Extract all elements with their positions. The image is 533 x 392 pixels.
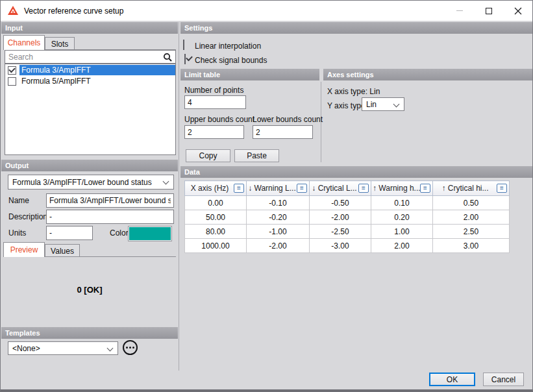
lower-bounds-count-label: Lower bounds count [253,115,323,124]
color-swatch[interactable] [129,227,171,241]
templates-section-header: Templates [1,327,178,339]
ellipsis-icon [126,347,128,349]
tab-preview-label: Preview [10,245,38,254]
tab-values[interactable]: Values [45,244,80,257]
cell[interactable]: -0.10 [247,196,310,210]
tab-slots-label: Slots [51,40,69,49]
cell[interactable]: 0.50 [433,196,510,210]
list-item[interactable]: Formula 5/AmplFFT [5,76,175,86]
ellipsis-icon [129,347,131,349]
column-menu-icon[interactable]: ≡ [234,184,244,193]
ok-button[interactable]: OK [429,373,475,386]
ok-button-label: OK [447,375,458,384]
tab-values-label: Values [51,247,74,256]
upper-bounds-count-label: Upper bounds count [184,115,254,124]
channel-checkbox[interactable] [8,66,16,75]
data-table-header-row: X axis (Hz)≡ ↓ Warning L...≡ ↓ Crytical … [185,181,510,196]
units-field[interactable] [46,226,93,240]
paste-button-label: Paste [247,151,267,160]
chevron-down-icon [393,101,400,108]
copy-button[interactable]: Copy [186,149,230,162]
input-tabbar: Channels Slots [3,35,176,50]
tab-preview[interactable]: Preview [3,242,45,257]
cell[interactable]: 0.00 [185,196,247,210]
cell[interactable]: 80.00 [185,225,247,239]
y-axis-type-value: Lin [366,100,377,109]
cell[interactable]: 1.00 [371,225,433,239]
cell[interactable]: 0.10 [371,196,433,210]
name-field[interactable] [46,193,174,208]
window-title: Vector reference curve setup [24,6,123,16]
cell[interactable]: -2.00 [310,210,371,225]
ellipsis-icon [132,347,134,349]
cell[interactable]: 1000.00 [185,239,247,253]
linear-interpolation-checkbox[interactable] [183,40,184,50]
x-axis-type-text: X axis type: Lin [327,87,380,96]
column-header-x-axis[interactable]: X axis (Hz)≡ [185,181,247,196]
minimize-button[interactable] [445,1,474,21]
paste-button[interactable]: Paste [234,149,279,162]
templates-select[interactable]: <None> [8,341,118,355]
description-field[interactable] [46,210,174,224]
lower-bounds-count-field[interactable] [253,125,313,139]
templates-more-button[interactable] [123,340,138,355]
data-section-header: Data [180,166,533,178]
upper-bounds-count-field[interactable] [184,125,244,139]
column-menu-icon[interactable]: ≡ [297,184,307,193]
column-header-crytical-low[interactable]: ↓ Crytical L...≡ [310,181,371,196]
y-axis-type-select[interactable]: Lin [362,97,404,111]
table-row: 80.00 -1.00 -2.50 1.00 2.50 [185,225,510,239]
tab-channels[interactable]: Channels [3,35,45,50]
chevron-down-icon [163,178,169,185]
dialog-vector-reference-curve-setup: Vector reference curve setup Input Chann… [0,0,533,392]
cell[interactable]: 2.50 [433,225,510,239]
copy-button-label: Copy [199,151,217,160]
check-signal-bounds-label: Check signal bounds [195,56,267,65]
column-header-label: ↑ Warning h... [373,184,421,193]
channel-checkbox[interactable] [8,77,16,86]
column-header-label: ↓ Crytical L... [312,184,356,193]
column-header-label: ↓ Warning L... [248,184,296,193]
column-menu-icon[interactable]: ≡ [497,184,507,193]
cell[interactable]: 0.20 [371,210,433,225]
cell[interactable]: -0.50 [310,196,371,210]
column-header-warning-low[interactable]: ↓ Warning L...≡ [247,181,310,196]
search-input[interactable] [5,53,163,62]
column-menu-icon[interactable]: ≡ [358,184,369,193]
column-header-warning-high[interactable]: ↑ Warning h...≡ [371,181,433,196]
tab-slots[interactable]: Slots [45,37,75,50]
channel-list: Formula 3/AmplFFT Formula 5/AmplFFT [5,64,176,155]
tab-channels-label: Channels [8,38,41,47]
cell[interactable]: -3.00 [310,239,371,253]
input-section-header: Input [1,22,178,34]
search-icon [163,53,172,62]
cell[interactable]: -2.00 [247,239,310,253]
cell[interactable]: 50.00 [185,210,247,225]
axes-settings-section-header: Axes settings [323,69,533,80]
list-item[interactable]: Formula 3/AmplFFT [5,65,175,75]
color-label: Color [110,228,129,238]
app-logo-icon [8,6,18,16]
column-header-crytical-high[interactable]: ↑ Crytical hi...≡ [433,181,510,196]
output-channel-select[interactable]: Formula 3/AmplFFT/Lower bound status [8,175,174,190]
cell[interactable]: -1.00 [247,225,310,239]
table-row: 1000.00 -2.00 -3.00 2.00 3.00 [185,239,510,253]
cancel-button-label: Cancel [491,375,515,384]
close-button[interactable] [503,1,532,21]
number-of-points-label: Number of points [184,86,243,95]
output-tabbar: Preview Values [3,242,176,257]
cell[interactable]: 2.00 [371,239,433,253]
number-of-points-field[interactable] [184,95,246,109]
check-signal-bounds-checkbox[interactable] [184,54,186,64]
titlebar: Vector reference curve setup [1,1,532,21]
cell[interactable]: -0.20 [247,210,310,225]
preview-value: 0 [OK] [3,285,176,295]
cell[interactable]: 2.00 [433,210,510,225]
maximize-button[interactable] [474,1,503,21]
cell[interactable]: 3.00 [433,239,510,253]
cell[interactable]: -2.50 [310,225,371,239]
maximize-icon [486,8,492,14]
cancel-button[interactable]: Cancel [483,373,524,386]
column-menu-icon[interactable]: ≡ [420,184,430,193]
channel-label: Formula 3/AmplFFT [19,65,175,75]
